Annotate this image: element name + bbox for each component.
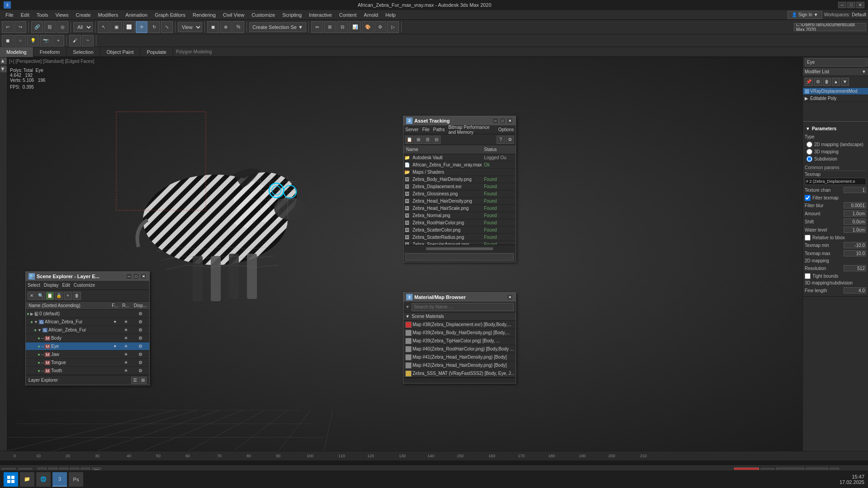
menu-civil-view[interactable]: Civil View [219,10,248,20]
select-button[interactable]: ↖ [98,21,109,33]
paint-deform-button[interactable]: 🖌 [69,35,81,47]
taskbar-chrome[interactable]: 🌐 [36,472,51,487]
mb-material-row-4[interactable]: Map #40(Zebra_RootHairColor.png) [Body,B… [403,345,516,353]
resolution-input[interactable] [844,265,866,271]
amount-input[interactable] [844,210,866,217]
texmap-min-input[interactable] [844,242,866,248]
se-row-body[interactable]: ● ─ M Body ☀ ⚙ [26,334,149,342]
menu-views[interactable]: Views [52,10,72,20]
at-row-normal[interactable]: 🖼 Zebra_Normal.png Found [403,212,516,219]
menu-tools[interactable]: Tools [33,10,52,20]
smooth-button[interactable]: ~ [82,35,94,47]
shift-input[interactable] [844,218,866,225]
se-minimize-button[interactable]: ─ [126,273,132,280]
menu-help[interactable]: Help [382,10,399,20]
se-layers-button[interactable]: 📋 [46,292,54,300]
mb-material-row-1[interactable]: Map #38(Zebra_Displacement.exr) [Body,Bo… [403,321,516,329]
at-row-vault[interactable]: 📁 Autodesk Vault Logged Ou [403,154,516,161]
at-restore-button[interactable]: □ [499,118,506,124]
mb-material-row-7[interactable]: Zebra_SSS_MAT (VRayFastSSS2) [Body, Eye,… [403,370,516,378]
menu-arnold[interactable]: Arnold [360,10,382,20]
se-row-african-zebra-fur-obj[interactable]: ● ▼ G African_Zebra_Fur ☀ ⚙ [26,326,149,334]
mb-material-row-3[interactable]: Map #39(Zebra_TipHairColor.png) [Body, .… [403,337,516,345]
timeline-track[interactable] [0,460,868,465]
lights-button[interactable]: 💡 [27,35,39,47]
at-close-button[interactable]: ✕ [507,118,513,124]
maximize-button[interactable]: □ [847,2,855,8]
angle-snap[interactable]: ⊕ [220,21,232,33]
cameras-button[interactable]: 📷 [40,35,52,47]
at-minimize-button[interactable]: ─ [492,118,498,124]
move-button[interactable]: ✛ [136,21,147,33]
viewport[interactable]: [+] [Perspective] [Standard] [Edged Face… [7,57,868,451]
at-btn1[interactable]: 📋 [405,136,413,144]
at-menu-bitmap[interactable]: Bitmap Performance and Memory [448,125,494,135]
at-settings-button[interactable]: ⚙ [506,136,514,144]
bind-button[interactable]: ◎ [57,21,68,33]
parameters-header[interactable]: ▼ Parameters [805,124,866,133]
mod-move-up-button[interactable]: ▲ [832,78,840,86]
mod-configure-button[interactable]: ⚙ [814,78,822,86]
tab-freeform[interactable]: Freeform [33,47,67,57]
select-name-button[interactable]: ▣ [110,21,122,33]
at-path-input[interactable] [405,253,514,261]
at-menu-paths[interactable]: Paths [433,127,445,132]
menu-content[interactable]: Content [336,10,360,20]
filter-dropdown[interactable]: All [73,22,93,32]
mat-editor-button[interactable]: 🎨 [362,21,374,33]
se-close-button[interactable]: ✕ [140,273,147,280]
mb-section-header[interactable]: ▼ Scene Materials [403,313,516,321]
relative-bbox-checkbox[interactable] [805,235,811,241]
modifier-entry-epoly[interactable]: ▶ Editable Poly [803,95,868,102]
mb-search-input[interactable] [412,303,514,311]
mb-material-row-5[interactable]: Map #41(Zebra_Head_HairDensity.png) [Bod… [403,353,516,361]
menu-interactive[interactable]: Interactive [305,10,336,20]
at-row-scatter-color[interactable]: 🖼 Zebra_ScatterColor.png Found [403,227,516,234]
link-button[interactable]: 🔗 [31,21,43,33]
tab-object-paint[interactable]: Object Paint [100,47,141,57]
filter-texmap-checkbox[interactable] [805,195,811,201]
mirror-button[interactable]: ⇔ [311,21,323,33]
graph-editors-button[interactable]: 📊 [349,21,361,33]
taskbar-explorer[interactable]: 📁 [20,472,34,487]
mod-pin-button[interactable]: 📌 [805,78,813,86]
modifier-entry-vray[interactable]: VRayDisplacementMod [803,88,868,95]
menu-modifiers[interactable]: Modifiers [95,10,122,20]
at-scrollbar[interactable] [403,245,516,252]
radio-2d-input[interactable] [806,142,812,147]
filter-blur-input[interactable] [844,202,866,208]
at-scrollbar-thumb[interactable] [426,247,493,250]
at-menu-server[interactable]: Server [405,127,418,132]
at-btn4[interactable]: ⊟ [432,136,441,144]
se-lock-button[interactable]: 🔒 [55,292,63,300]
at-menu-options[interactable]: Options [498,127,514,132]
mod-delete-button[interactable]: 🗑 [823,78,831,86]
sidebar-arrow-down[interactable]: ▼ [0,66,7,72]
se-add-button[interactable]: + [64,292,72,300]
tab-populate[interactable]: Populate [140,47,173,57]
snap-toggle[interactable]: ◼ [207,21,219,33]
mb-material-row-6[interactable]: Map #42(Zebra_Head_HairDensity.png) [Bod… [403,361,516,370]
menu-create[interactable]: Create [72,10,95,20]
at-row-specular[interactable]: 🖼 Zebra_SpecularAmount.png Found [403,241,516,245]
se-row-eye[interactable]: ● ─ M Eye ✦ ☀ ⚙ [26,342,149,351]
menu-rendering[interactable]: Rendering [189,10,219,20]
at-help-button[interactable]: ? [497,136,505,144]
at-row-hair-density[interactable]: 🖼 Zebra_Body_HairDensity.png Found [403,176,516,183]
se-footer-btn1[interactable]: ☰ [131,377,138,384]
se-footer-btn2[interactable]: ⊞ [139,377,147,384]
menu-edit[interactable]: Edit [17,10,33,20]
modifier-search-input[interactable] [805,58,867,66]
at-row-head-hair[interactable]: 🖼 Zebra_Head_HairDensity.png Found [403,198,516,205]
at-menu-file[interactable]: File [422,127,429,132]
taskbar-photoshop[interactable]: Ps [69,472,83,487]
mb-scrollbar[interactable] [403,378,516,383]
helpers-button[interactable]: + [52,35,64,47]
mb-material-row-2[interactable]: Map #39(Zebra_Body_HairDensity.png) [Bod… [403,329,516,337]
sign-in-button[interactable]: 👤 Sign In ▼ [787,11,822,19]
radio-subdiv-input[interactable] [806,156,812,162]
texmap-value[interactable]: # 2 (Zebra_Displacement.e [805,178,866,185]
se-menu-display[interactable]: Display [44,283,59,288]
undo-button[interactable]: ↩ [2,21,14,33]
se-row-tooth[interactable]: ● ─ M Tooth ☀ ⚙ [26,367,149,375]
